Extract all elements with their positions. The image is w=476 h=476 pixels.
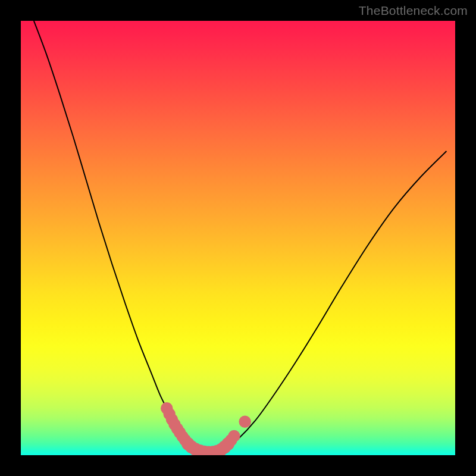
curve-markers <box>161 402 251 455</box>
curve-marker <box>239 416 250 428</box>
chart-plot-area <box>21 21 455 455</box>
bottleneck-curve <box>34 21 447 453</box>
chart-frame: TheBottleneck.com <box>0 0 476 476</box>
curve-marker <box>228 430 240 442</box>
chart-svg <box>21 21 455 455</box>
watermark-label: TheBottleneck.com <box>359 4 468 18</box>
